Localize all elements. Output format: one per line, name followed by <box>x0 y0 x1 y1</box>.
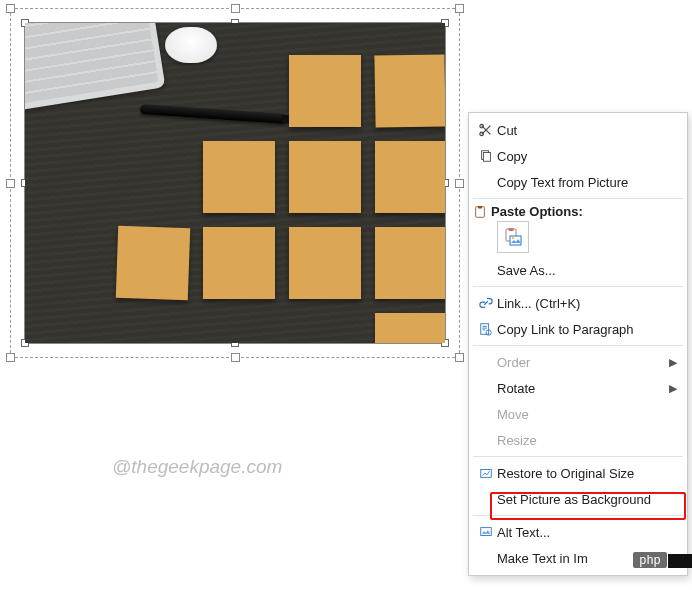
paste-options-header: Paste Options: <box>469 202 687 219</box>
menu-alt-text[interactable]: Alt Text... <box>469 519 687 545</box>
paste-options-row <box>469 219 687 257</box>
menu-label: Copy <box>497 149 677 164</box>
menu-label: Save As... <box>497 263 677 278</box>
menu-label: Alt Text... <box>497 525 677 540</box>
selection-frame[interactable] <box>10 8 460 358</box>
sticky-note <box>203 141 275 213</box>
menu-copy[interactable]: Copy <box>469 143 687 169</box>
resize-handle[interactable] <box>6 4 15 13</box>
watermark-text: @thegeekpage.com <box>112 456 282 478</box>
alt-text-icon <box>475 525 497 539</box>
resize-handle[interactable] <box>231 4 240 13</box>
menu-separator <box>473 286 683 287</box>
resize-handle[interactable] <box>231 353 240 362</box>
sticky-note <box>289 227 361 299</box>
resize-handle[interactable] <box>6 353 15 362</box>
php-badge: php <box>633 552 667 568</box>
link-icon <box>475 296 497 310</box>
menu-separator <box>473 198 683 199</box>
menu-copy-text-from-picture[interactable]: Copy Text from Picture <box>469 169 687 195</box>
resize-handle[interactable] <box>6 179 15 188</box>
menu-link[interactable]: Link... (Ctrl+K) <box>469 290 687 316</box>
sticky-note <box>375 313 445 343</box>
paste-picture-button[interactable] <box>497 221 529 253</box>
sticky-note <box>203 227 275 299</box>
menu-separator <box>473 345 683 346</box>
menu-separator <box>473 456 683 457</box>
menu-label: Link... (Ctrl+K) <box>497 296 677 311</box>
app-canvas: @thegeekpage.com Cut Copy Copy Text from… <box>0 0 692 590</box>
paragraph-link-icon <box>475 322 497 336</box>
svg-rect-5 <box>478 205 482 208</box>
submenu-arrow-icon: ▶ <box>669 356 677 369</box>
inserted-picture[interactable] <box>24 22 446 344</box>
menu-label: Set Picture as Background <box>497 492 677 507</box>
sticky-note <box>289 141 361 213</box>
menu-separator <box>473 515 683 516</box>
resize-handle[interactable] <box>455 179 464 188</box>
menu-restore-original-size[interactable]: Restore to Original Size <box>469 460 687 486</box>
menu-label: Paste Options: <box>491 204 687 219</box>
scissors-icon <box>475 123 497 137</box>
mouse-graphic <box>165 27 217 63</box>
photo-content <box>25 23 445 343</box>
menu-label: Move <box>497 407 677 422</box>
sticky-note <box>375 227 445 299</box>
context-menu: Cut Copy Copy Text from Picture Paste Op… <box>468 112 688 576</box>
menu-copy-link-to-paragraph[interactable]: Copy Link to Paragraph <box>469 316 687 342</box>
menu-cut[interactable]: Cut <box>469 117 687 143</box>
sticky-note <box>289 55 361 127</box>
menu-label: Copy Text from Picture <box>497 175 677 190</box>
menu-save-as[interactable]: Save As... <box>469 257 687 283</box>
sticky-note <box>116 226 190 300</box>
menu-resize: Resize <box>469 427 687 453</box>
restore-size-icon <box>475 466 497 480</box>
menu-label: Cut <box>497 123 677 138</box>
menu-move: Move <box>469 401 687 427</box>
menu-order: Order ▶ <box>469 349 687 375</box>
menu-rotate[interactable]: Rotate ▶ <box>469 375 687 401</box>
svg-point-9 <box>512 237 514 239</box>
menu-label: Copy Link to Paragraph <box>497 322 677 337</box>
menu-set-picture-as-background[interactable]: Set Picture as Background <box>469 486 687 512</box>
svg-rect-10 <box>481 324 489 335</box>
copy-icon <box>475 149 497 163</box>
submenu-arrow-icon: ▶ <box>669 382 677 395</box>
menu-label: Rotate <box>497 381 669 396</box>
resize-handle[interactable] <box>455 353 464 362</box>
svg-rect-3 <box>483 153 490 162</box>
svg-rect-8 <box>510 236 521 245</box>
svg-rect-7 <box>509 228 514 231</box>
overlay-bar <box>668 554 692 568</box>
sticky-note <box>375 141 445 213</box>
clipboard-icon <box>469 205 491 219</box>
resize-handle[interactable] <box>455 4 464 13</box>
sticky-note <box>374 54 445 127</box>
svg-rect-13 <box>481 528 492 536</box>
menu-label: Resize <box>497 433 677 448</box>
menu-label: Order <box>497 355 669 370</box>
menu-label: Restore to Original Size <box>497 466 677 481</box>
